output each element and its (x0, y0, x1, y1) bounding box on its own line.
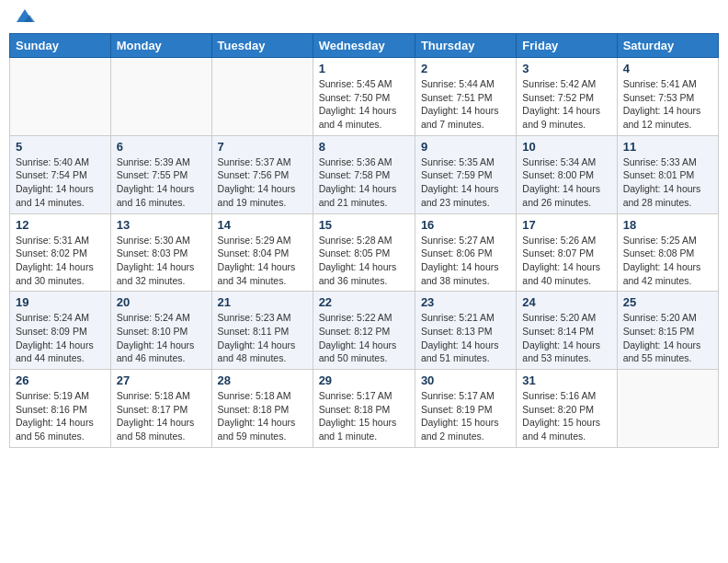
day-number: 14 (218, 218, 307, 232)
calendar-cell: 17Sunrise: 5:26 AM Sunset: 8:07 PM Dayli… (517, 213, 617, 292)
day-info: Sunrise: 5:34 AM Sunset: 8:00 PM Dayligh… (522, 155, 610, 210)
day-number: 7 (218, 140, 307, 154)
calendar-cell: 28Sunrise: 5:18 AM Sunset: 8:18 PM Dayli… (211, 370, 313, 448)
calendar-cell: 8Sunrise: 5:36 AM Sunset: 7:58 PM Daylig… (313, 135, 415, 213)
day-info: Sunrise: 5:19 AM Sunset: 8:16 PM Dayligh… (16, 389, 105, 443)
day-number: 24 (522, 295, 610, 309)
day-info: Sunrise: 5:35 AM Sunset: 7:59 PM Dayligh… (421, 155, 510, 210)
day-info: Sunrise: 5:36 AM Sunset: 7:58 PM Dayligh… (319, 155, 409, 210)
day-number: 29 (319, 373, 409, 387)
day-info: Sunrise: 5:44 AM Sunset: 7:51 PM Dayligh… (421, 77, 510, 132)
calendar-week-row: 26Sunrise: 5:19 AM Sunset: 8:16 PM Dayli… (10, 370, 719, 448)
calendar-cell: 27Sunrise: 5:18 AM Sunset: 8:17 PM Dayli… (110, 370, 211, 448)
calendar-cell (617, 370, 718, 448)
calendar-cell: 7Sunrise: 5:37 AM Sunset: 7:56 PM Daylig… (211, 135, 313, 213)
calendar-cell: 10Sunrise: 5:34 AM Sunset: 8:00 PM Dayli… (517, 135, 617, 213)
day-number: 17 (522, 218, 610, 232)
day-info: Sunrise: 5:21 AM Sunset: 8:13 PM Dayligh… (421, 311, 510, 365)
calendar-cell: 23Sunrise: 5:21 AM Sunset: 8:13 PM Dayli… (415, 292, 516, 370)
calendar-week-row: 1Sunrise: 5:45 AM Sunset: 7:50 PM Daylig… (10, 58, 719, 136)
day-info: Sunrise: 5:31 AM Sunset: 8:02 PM Dayligh… (16, 234, 105, 288)
day-number: 16 (421, 218, 510, 232)
calendar-cell: 19Sunrise: 5:24 AM Sunset: 8:09 PM Dayli… (10, 292, 111, 370)
calendar-cell: 2Sunrise: 5:44 AM Sunset: 7:51 PM Daylig… (415, 58, 516, 136)
day-info: Sunrise: 5:18 AM Sunset: 8:18 PM Dayligh… (218, 389, 307, 443)
day-info: Sunrise: 5:28 AM Sunset: 8:05 PM Dayligh… (319, 234, 409, 288)
day-number: 12 (16, 218, 105, 232)
calendar-cell: 20Sunrise: 5:24 AM Sunset: 8:10 PM Dayli… (110, 292, 211, 370)
weekday-header-friday: Friday (517, 34, 617, 58)
day-info: Sunrise: 5:27 AM Sunset: 8:06 PM Dayligh… (421, 234, 510, 288)
day-number: 27 (117, 373, 206, 387)
calendar-cell: 15Sunrise: 5:28 AM Sunset: 8:05 PM Dayli… (313, 213, 415, 292)
weekday-header-row: SundayMondayTuesdayWednesdayThursdayFrid… (10, 34, 719, 58)
day-number: 31 (522, 373, 610, 387)
page-header (9, 9, 719, 26)
calendar-cell: 26Sunrise: 5:19 AM Sunset: 8:16 PM Dayli… (10, 370, 111, 448)
day-number: 25 (623, 295, 712, 309)
day-info: Sunrise: 5:26 AM Sunset: 8:07 PM Dayligh… (522, 234, 610, 288)
day-info: Sunrise: 5:40 AM Sunset: 7:54 PM Dayligh… (16, 155, 105, 210)
day-info: Sunrise: 5:41 AM Sunset: 7:53 PM Dayligh… (623, 77, 712, 132)
day-info: Sunrise: 5:22 AM Sunset: 8:12 PM Dayligh… (319, 311, 409, 365)
calendar-week-row: 5Sunrise: 5:40 AM Sunset: 7:54 PM Daylig… (10, 135, 719, 213)
day-number: 15 (319, 218, 409, 232)
logo-icon (15, 6, 35, 26)
calendar-cell: 16Sunrise: 5:27 AM Sunset: 8:06 PM Dayli… (415, 213, 516, 292)
calendar-table: SundayMondayTuesdayWednesdayThursdayFrid… (9, 33, 719, 448)
day-info: Sunrise: 5:17 AM Sunset: 8:19 PM Dayligh… (421, 389, 510, 443)
calendar-cell (110, 58, 211, 136)
day-info: Sunrise: 5:24 AM Sunset: 8:09 PM Dayligh… (16, 311, 105, 365)
day-number: 2 (421, 62, 510, 75)
weekday-header-monday: Monday (110, 34, 211, 58)
day-number: 4 (623, 62, 712, 75)
day-number: 22 (319, 295, 409, 309)
day-info: Sunrise: 5:30 AM Sunset: 8:03 PM Dayligh… (117, 234, 206, 288)
calendar-cell: 30Sunrise: 5:17 AM Sunset: 8:19 PM Dayli… (415, 370, 516, 448)
day-info: Sunrise: 5:24 AM Sunset: 8:10 PM Dayligh… (117, 311, 206, 365)
day-info: Sunrise: 5:20 AM Sunset: 8:14 PM Dayligh… (522, 311, 610, 365)
day-info: Sunrise: 5:39 AM Sunset: 7:55 PM Dayligh… (117, 155, 206, 210)
calendar-cell: 4Sunrise: 5:41 AM Sunset: 7:53 PM Daylig… (617, 58, 718, 136)
day-number: 19 (16, 295, 105, 309)
weekday-header-wednesday: Wednesday (313, 34, 415, 58)
day-info: Sunrise: 5:18 AM Sunset: 8:17 PM Dayligh… (117, 389, 206, 443)
calendar-cell: 25Sunrise: 5:20 AM Sunset: 8:15 PM Dayli… (617, 292, 718, 370)
day-number: 6 (117, 140, 206, 154)
day-number: 8 (319, 140, 409, 154)
calendar-cell: 1Sunrise: 5:45 AM Sunset: 7:50 PM Daylig… (313, 58, 415, 136)
day-number: 1 (319, 62, 409, 75)
day-number: 13 (117, 218, 206, 232)
day-number: 10 (522, 140, 610, 154)
calendar-cell (10, 58, 111, 136)
weekday-header-tuesday: Tuesday (211, 34, 313, 58)
calendar-cell: 6Sunrise: 5:39 AM Sunset: 7:55 PM Daylig… (110, 135, 211, 213)
day-info: Sunrise: 5:16 AM Sunset: 8:20 PM Dayligh… (522, 389, 610, 443)
day-info: Sunrise: 5:33 AM Sunset: 8:01 PM Dayligh… (623, 155, 712, 210)
calendar-cell: 18Sunrise: 5:25 AM Sunset: 8:08 PM Dayli… (617, 213, 718, 292)
day-info: Sunrise: 5:23 AM Sunset: 8:11 PM Dayligh… (218, 311, 307, 365)
day-number: 11 (623, 140, 712, 154)
calendar-cell: 21Sunrise: 5:23 AM Sunset: 8:11 PM Dayli… (211, 292, 313, 370)
weekday-header-saturday: Saturday (617, 34, 718, 58)
day-info: Sunrise: 5:37 AM Sunset: 7:56 PM Dayligh… (218, 155, 307, 210)
calendar-cell (211, 58, 313, 136)
calendar-cell: 12Sunrise: 5:31 AM Sunset: 8:02 PM Dayli… (10, 213, 111, 292)
calendar-cell: 5Sunrise: 5:40 AM Sunset: 7:54 PM Daylig… (10, 135, 111, 213)
day-info: Sunrise: 5:42 AM Sunset: 7:52 PM Dayligh… (522, 77, 610, 132)
day-number: 9 (421, 140, 510, 154)
day-info: Sunrise: 5:25 AM Sunset: 8:08 PM Dayligh… (623, 234, 712, 288)
weekday-header-sunday: Sunday (10, 34, 111, 58)
day-number: 3 (522, 62, 610, 75)
day-number: 26 (16, 373, 105, 387)
day-number: 18 (623, 218, 712, 232)
day-info: Sunrise: 5:20 AM Sunset: 8:15 PM Dayligh… (623, 311, 712, 365)
day-number: 30 (421, 373, 510, 387)
logo (13, 9, 35, 26)
day-number: 28 (218, 373, 307, 387)
calendar-cell: 3Sunrise: 5:42 AM Sunset: 7:52 PM Daylig… (517, 58, 617, 136)
weekday-header-thursday: Thursday (415, 34, 516, 58)
calendar-cell: 9Sunrise: 5:35 AM Sunset: 7:59 PM Daylig… (415, 135, 516, 213)
calendar-cell: 11Sunrise: 5:33 AM Sunset: 8:01 PM Dayli… (617, 135, 718, 213)
calendar-cell: 13Sunrise: 5:30 AM Sunset: 8:03 PM Dayli… (110, 213, 211, 292)
